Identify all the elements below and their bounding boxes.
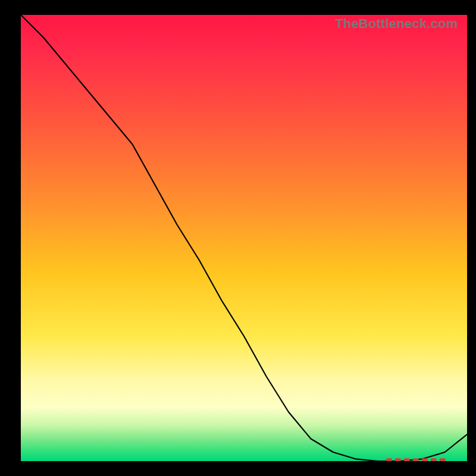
line-layer [21, 15, 467, 461]
marker-point [413, 458, 419, 461]
marker-point [422, 458, 428, 461]
marker-point [440, 458, 446, 461]
marker-point [386, 458, 392, 461]
marker-point [404, 458, 410, 461]
plot-area: TheBottleneck.com [21, 15, 467, 461]
marker-point [431, 458, 437, 461]
chart-frame: TheBottleneck.com [0, 0, 476, 476]
marker-point [395, 458, 401, 461]
series-line [21, 15, 467, 461]
